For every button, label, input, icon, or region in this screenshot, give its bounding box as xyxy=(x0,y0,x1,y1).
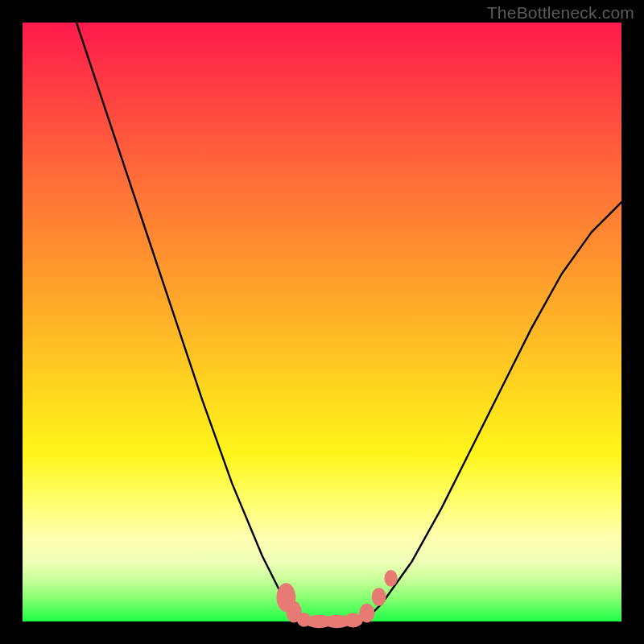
trough-marker xyxy=(384,570,397,587)
bottleneck-curve xyxy=(23,23,621,621)
chart-frame: TheBottleneck.com xyxy=(0,0,644,644)
trough-marker xyxy=(359,604,374,623)
watermark-text: TheBottleneck.com xyxy=(487,3,634,23)
plot-area xyxy=(23,23,621,621)
bottleneck-curve-path xyxy=(76,23,621,621)
trough-marker xyxy=(372,588,386,605)
